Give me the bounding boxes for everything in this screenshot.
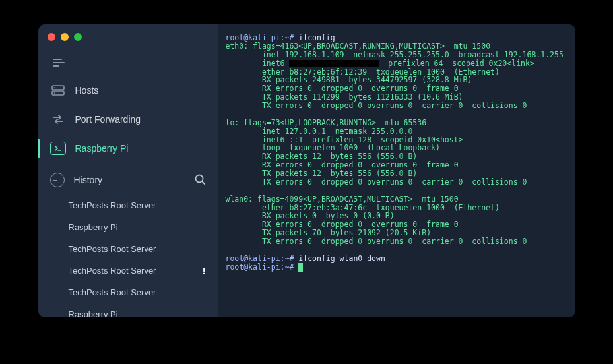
history-list: TechPosts Root Server Raspberry Pi TechP… [38, 195, 218, 317]
port-forwarding-icon [50, 111, 66, 127]
history-header[interactable]: History [38, 166, 218, 195]
nav-hosts-label: Hosts [75, 85, 99, 96]
terminal-icon [50, 142, 66, 155]
history-item[interactable]: Raspberry Pi [38, 303, 218, 317]
history-item[interactable]: TechPosts Root Server [38, 238, 218, 260]
window-minimize-button[interactable] [61, 33, 69, 41]
history-item[interactable]: TechPosts Root Server [38, 282, 218, 303]
history-item-label: Raspberry Pi [69, 222, 118, 232]
history-icon [50, 173, 65, 187]
svg-rect-1 [52, 91, 64, 95]
sidebar: Hosts Port Forwarding Raspberry Pi [38, 24, 218, 317]
nav-hosts[interactable]: Hosts [38, 76, 218, 105]
menu-toggle-button[interactable] [38, 49, 218, 76]
cursor-icon [298, 263, 303, 272]
window-close-button[interactable] [48, 33, 55, 41]
search-icon[interactable] [194, 173, 206, 187]
history-item-label: TechPosts Root Server [69, 288, 156, 297]
hosts-icon [50, 82, 66, 98]
nav-port-forwarding[interactable]: Port Forwarding [38, 105, 218, 134]
history-item[interactable]: TechPosts Root Server [38, 195, 218, 216]
output-line: TX errors 0 dropped 0 overruns 0 carrier… [226, 101, 527, 110]
svg-point-3 [53, 92, 55, 94]
app-window: Hosts Port Forwarding Raspberry Pi [38, 24, 575, 317]
history-item-label: TechPosts Root Server [69, 244, 156, 254]
svg-point-2 [53, 87, 55, 88]
window-maximize-button[interactable] [74, 33, 82, 41]
history-item-label: TechPosts Root Server [69, 266, 156, 276]
prompt: root@kali-pi:~# [226, 262, 294, 272]
history-section: History TechPosts Root Server Raspberry … [38, 166, 218, 317]
terminal-output[interactable]: root@kali-pi:~# ifconfig eth0: flags=416… [218, 24, 575, 317]
titlebar [38, 24, 218, 49]
history-item[interactable]: Raspberry Pi [38, 216, 218, 238]
command: ifconfig wlan0 down [298, 254, 385, 263]
redacted-block [289, 60, 379, 67]
svg-rect-0 [52, 86, 64, 90]
history-item-label: Raspberry Pi [69, 309, 118, 317]
history-label: History [74, 175, 103, 185]
nav-raspberry-pi[interactable]: Raspberry Pi [38, 134, 218, 163]
output-line: TX errors 0 dropped 0 overruns 0 carrier… [226, 177, 527, 187]
nav-raspberry-pi-label: Raspberry Pi [75, 143, 129, 154]
history-item[interactable]: TechPosts Root Server ! [38, 260, 218, 282]
output-line: TX errors 0 dropped 0 overruns 0 carrier… [226, 237, 527, 246]
history-item-flag: ! [203, 266, 206, 276]
hamburger-icon [53, 59, 65, 67]
nav-port-forwarding-label: Port Forwarding [75, 114, 141, 125]
history-item-label: TechPosts Root Server [69, 200, 156, 210]
